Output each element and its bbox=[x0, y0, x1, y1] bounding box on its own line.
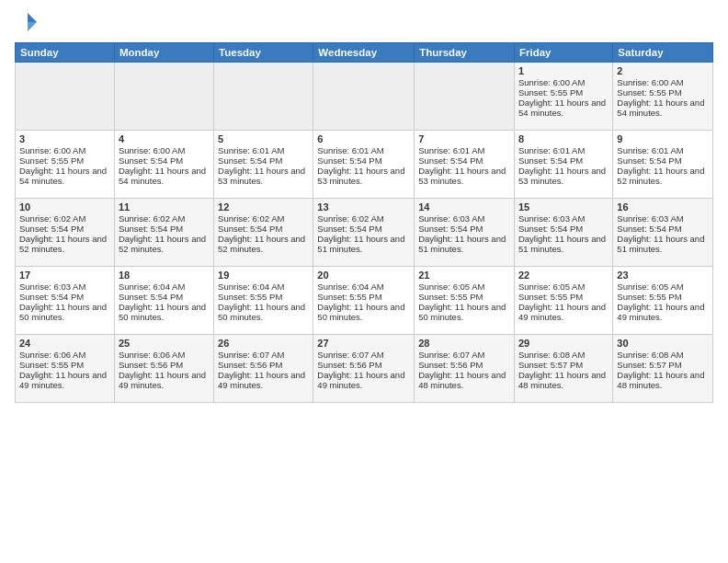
calendar-cell: 10 Sunrise: 6:02 AM Sunset: 5:54 PM Dayl… bbox=[16, 199, 115, 267]
sunset-label: Sunset: 5:54 PM bbox=[218, 224, 282, 234]
daylight-label: Daylight: 11 hours and 49 minutes. bbox=[218, 370, 305, 390]
calendar-cell: 24 Sunrise: 6:06 AM Sunset: 5:55 PM Dayl… bbox=[16, 335, 115, 403]
day-number: 24 bbox=[19, 338, 110, 349]
sunrise-label: Sunrise: 6:07 AM bbox=[418, 350, 484, 360]
sunset-label: Sunset: 5:54 PM bbox=[119, 155, 183, 166]
sunset-label: Sunset: 5:56 PM bbox=[317, 360, 381, 370]
calendar-cell: 14 Sunrise: 6:03 AM Sunset: 5:54 PM Dayl… bbox=[415, 199, 515, 267]
calendar-cell: 7 Sunrise: 6:01 AM Sunset: 5:54 PM Dayli… bbox=[415, 131, 515, 199]
day-number: 15 bbox=[518, 201, 609, 213]
daylight-label: Daylight: 11 hours and 49 minutes. bbox=[19, 370, 107, 390]
day-number: 23 bbox=[617, 270, 709, 281]
day-number: 7 bbox=[418, 133, 510, 144]
calendar-cell: 3 Sunrise: 6:00 AM Sunset: 5:55 PM Dayli… bbox=[16, 131, 115, 199]
sunset-label: Sunset: 5:55 PM bbox=[617, 87, 681, 98]
daylight-label: Daylight: 11 hours and 54 minutes. bbox=[119, 166, 206, 186]
svg-marker-0 bbox=[28, 13, 37, 22]
sunset-label: Sunset: 5:54 PM bbox=[19, 292, 84, 302]
day-number: 9 bbox=[617, 133, 709, 144]
day-number: 13 bbox=[317, 201, 410, 213]
daylight-label: Daylight: 11 hours and 51 minutes. bbox=[317, 234, 404, 254]
sunset-label: Sunset: 5:54 PM bbox=[617, 224, 681, 234]
calendar-cell: 27 Sunrise: 6:07 AM Sunset: 5:56 PM Dayl… bbox=[313, 335, 415, 403]
sunrise-label: Sunrise: 6:05 AM bbox=[518, 282, 585, 292]
calendar-week-row: 24 Sunrise: 6:06 AM Sunset: 5:55 PM Dayl… bbox=[16, 335, 713, 403]
calendar-cell: 20 Sunrise: 6:04 AM Sunset: 5:55 PM Dayl… bbox=[313, 267, 415, 335]
calendar-cell: 2 Sunrise: 6:00 AM Sunset: 5:55 PM Dayli… bbox=[613, 63, 713, 131]
daylight-label: Daylight: 11 hours and 52 minutes. bbox=[119, 234, 206, 254]
day-number: 26 bbox=[218, 338, 309, 349]
sunrise-label: Sunrise: 6:01 AM bbox=[317, 145, 383, 155]
day-number: 14 bbox=[418, 201, 510, 213]
calendar-cell: 11 Sunrise: 6:02 AM Sunset: 5:54 PM Dayl… bbox=[114, 199, 213, 267]
day-number: 16 bbox=[617, 201, 709, 213]
daylight-label: Daylight: 11 hours and 49 minutes. bbox=[617, 302, 704, 322]
daylight-label: Daylight: 11 hours and 49 minutes. bbox=[119, 370, 206, 390]
daylight-label: Daylight: 11 hours and 52 minutes. bbox=[19, 234, 107, 254]
daylight-label: Daylight: 11 hours and 48 minutes. bbox=[617, 370, 704, 390]
daylight-label: Daylight: 11 hours and 51 minutes. bbox=[518, 234, 606, 254]
sunrise-label: Sunrise: 6:06 AM bbox=[19, 350, 85, 360]
day-number: 2 bbox=[617, 65, 709, 76]
sunrise-label: Sunrise: 6:01 AM bbox=[518, 145, 585, 155]
calendar-cell: 1 Sunrise: 6:00 AM Sunset: 5:55 PM Dayli… bbox=[514, 63, 612, 131]
weekday-header-tuesday: Tuesday bbox=[214, 43, 313, 63]
daylight-label: Daylight: 11 hours and 48 minutes. bbox=[518, 370, 606, 390]
sunrise-label: Sunrise: 6:01 AM bbox=[617, 145, 683, 155]
daylight-label: Daylight: 11 hours and 50 minutes. bbox=[418, 302, 506, 322]
sunset-label: Sunset: 5:54 PM bbox=[119, 224, 183, 234]
calendar-cell bbox=[16, 63, 115, 131]
weekday-header-thursday: Thursday bbox=[415, 43, 515, 63]
calendar-table: SundayMondayTuesdayWednesdayThursdayFrid… bbox=[15, 42, 713, 403]
sunrise-label: Sunrise: 6:03 AM bbox=[518, 213, 585, 224]
calendar-cell bbox=[114, 63, 213, 131]
calendar-cell: 26 Sunrise: 6:07 AM Sunset: 5:56 PM Dayl… bbox=[214, 335, 313, 403]
day-number: 27 bbox=[317, 338, 410, 349]
calendar-cell: 12 Sunrise: 6:02 AM Sunset: 5:54 PM Dayl… bbox=[214, 199, 313, 267]
daylight-label: Daylight: 11 hours and 49 minutes. bbox=[317, 370, 404, 390]
calendar-cell: 25 Sunrise: 6:06 AM Sunset: 5:56 PM Dayl… bbox=[114, 335, 213, 403]
sunset-label: Sunset: 5:57 PM bbox=[617, 360, 681, 370]
page: SundayMondayTuesdayWednesdayThursdayFrid… bbox=[0, 0, 728, 563]
sunset-label: Sunset: 5:54 PM bbox=[218, 155, 282, 166]
calendar-cell: 15 Sunrise: 6:03 AM Sunset: 5:54 PM Dayl… bbox=[514, 199, 612, 267]
daylight-label: Daylight: 11 hours and 50 minutes. bbox=[19, 302, 107, 322]
sunset-label: Sunset: 5:54 PM bbox=[418, 155, 483, 166]
sunset-label: Sunset: 5:55 PM bbox=[418, 292, 483, 302]
calendar-cell: 29 Sunrise: 6:08 AM Sunset: 5:57 PM Dayl… bbox=[514, 335, 612, 403]
calendar-cell: 5 Sunrise: 6:01 AM Sunset: 5:54 PM Dayli… bbox=[214, 131, 313, 199]
sunrise-label: Sunrise: 6:01 AM bbox=[418, 145, 484, 155]
daylight-label: Daylight: 11 hours and 52 minutes. bbox=[218, 234, 305, 254]
sunrise-label: Sunrise: 6:07 AM bbox=[218, 350, 284, 360]
daylight-label: Daylight: 11 hours and 50 minutes. bbox=[317, 302, 404, 322]
calendar-cell: 6 Sunrise: 6:01 AM Sunset: 5:54 PM Dayli… bbox=[313, 131, 415, 199]
daylight-label: Daylight: 11 hours and 51 minutes. bbox=[418, 234, 506, 254]
calendar-cell: 23 Sunrise: 6:05 AM Sunset: 5:55 PM Dayl… bbox=[613, 267, 713, 335]
sunrise-label: Sunrise: 6:06 AM bbox=[119, 350, 185, 360]
calendar-header-row: SundayMondayTuesdayWednesdayThursdayFrid… bbox=[16, 43, 713, 63]
day-number: 6 bbox=[317, 133, 410, 144]
day-number: 1 bbox=[518, 65, 609, 76]
sunset-label: Sunset: 5:55 PM bbox=[317, 292, 381, 302]
sunrise-label: Sunrise: 6:02 AM bbox=[317, 213, 383, 224]
day-number: 20 bbox=[317, 270, 410, 281]
sunrise-label: Sunrise: 6:04 AM bbox=[317, 282, 383, 292]
calendar-cell: 16 Sunrise: 6:03 AM Sunset: 5:54 PM Dayl… bbox=[613, 199, 713, 267]
calendar-cell bbox=[214, 63, 313, 131]
sunrise-label: Sunrise: 6:00 AM bbox=[617, 77, 683, 87]
day-number: 22 bbox=[518, 270, 609, 281]
sunset-label: Sunset: 5:56 PM bbox=[218, 360, 282, 370]
sunset-label: Sunset: 5:55 PM bbox=[617, 292, 681, 302]
day-number: 5 bbox=[218, 133, 309, 144]
sunrise-label: Sunrise: 6:03 AM bbox=[19, 282, 85, 292]
header bbox=[15, 9, 713, 35]
day-number: 8 bbox=[518, 133, 609, 144]
sunrise-label: Sunrise: 6:05 AM bbox=[418, 282, 484, 292]
sunset-label: Sunset: 5:54 PM bbox=[317, 224, 381, 234]
calendar-cell: 4 Sunrise: 6:00 AM Sunset: 5:54 PM Dayli… bbox=[114, 131, 213, 199]
day-number: 18 bbox=[119, 270, 210, 281]
day-number: 21 bbox=[418, 270, 510, 281]
day-number: 25 bbox=[119, 338, 210, 349]
sunset-label: Sunset: 5:54 PM bbox=[19, 224, 84, 234]
sunset-label: Sunset: 5:54 PM bbox=[119, 292, 183, 302]
